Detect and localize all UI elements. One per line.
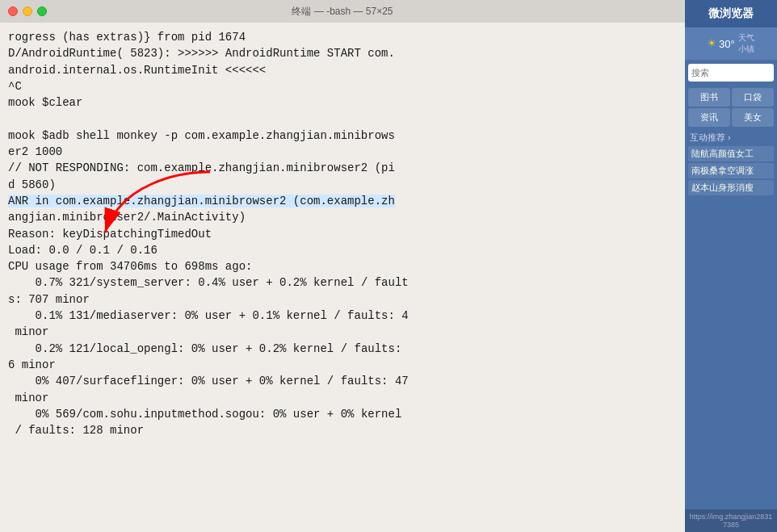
terminal-line: ^C: [8, 80, 22, 93]
sidebar-bottom: https://img.zhangjian28317385: [685, 509, 777, 532]
terminal-line: er2 1000: [8, 145, 62, 158]
terminal-line: minor: [8, 392, 48, 404]
maximize-button[interactable]: [37, 6, 47, 16]
terminal-line: 0% 569/com.sohu.inputmethod.sogou: 0% us…: [8, 408, 401, 421]
terminal-line: Reason: keyDispatchingTimedOut: [8, 228, 212, 241]
sidebar-search-box[interactable]: [688, 64, 774, 82]
weather-temperature: 30°: [719, 38, 735, 50]
terminal-line: D/AndroidRuntime( 5823): >>>>>> AndroidR…: [8, 47, 395, 60]
terminal-line: angjian.minibrowser2/.MainActivity): [8, 211, 246, 224]
sidebar-weather: ☀ 30° 天气小镇: [685, 27, 777, 61]
sidebar-links: 陆航高颜值女工 南极桑拿空调涨 赵本山身形消瘦: [685, 145, 777, 197]
terminal-line: Load: 0.0 / 0.1 / 0.16: [8, 244, 158, 257]
terminal-line: s: 707 minor: [8, 293, 90, 306]
terminal-line: CPU usage from 34706ms to 698ms ago:: [8, 260, 252, 273]
terminal-line: rogress (has extras)} from pid 1674: [8, 31, 246, 44]
sidebar-nav-grid: 图书 口袋 资讯 美女: [685, 85, 777, 130]
terminal-line: android.internal.os.RuntimeInit <<<<<<: [8, 64, 266, 77]
sidebar-bottom-url: https://img.zhangjian28317385: [688, 513, 774, 529]
terminal-titlebar: 终端 — -bash — 57×25: [0, 0, 685, 23]
sidebar-link-2[interactable]: 南极桑拿空调涨: [688, 163, 774, 178]
sidebar-header: 微浏览器: [685, 0, 777, 27]
terminal-content[interactable]: rogress (has extras)} from pid 1674 D/An…: [0, 23, 685, 532]
terminal-line: mook $adb shell monkey -p com.example.zh…: [8, 129, 395, 142]
sidebar-link-3[interactable]: 赵本山身形消瘦: [688, 180, 774, 195]
terminal-line: 0% 407/surfaceflinger: 0% user + 0% kern…: [8, 375, 409, 387]
terminal-panel: 终端 — -bash — 57×25 rogress (has extras)}…: [0, 0, 685, 532]
close-button[interactable]: [8, 6, 18, 16]
terminal-line: d 5860): [8, 178, 56, 191]
weather-extra: 天气小镇: [738, 32, 754, 55]
terminal-line: 6 minor: [8, 358, 56, 371]
nav-item-pocket[interactable]: 口袋: [732, 88, 774, 107]
nav-item-beauty[interactable]: 美女: [732, 108, 774, 127]
terminal-line: // NOT RESPONDING: com.example.zhangjian…: [8, 161, 395, 174]
sidebar-search-label: 互动推荐 ›: [685, 130, 777, 145]
terminal-line: 0.2% 121/local_opengl: 0% user + 0.2% ke…: [8, 342, 401, 355]
weather-icon: ☀: [708, 36, 716, 52]
terminal-line: ANR in com.example.zhangjian.minibrowser…: [8, 195, 395, 207]
terminal-title: 终端 — -bash — 57×25: [292, 5, 393, 19]
nav-item-books[interactable]: 图书: [688, 88, 730, 107]
terminal-line: 0.1% 131/mediaserver: 0% user + 0.1% ker…: [8, 309, 409, 322]
sidebar-title: 微浏览器: [708, 6, 754, 19]
terminal-line: 0.7% 321/system_server: 0.4% user + 0.2%…: [8, 276, 409, 289]
sidebar-search-input[interactable]: [691, 68, 771, 77]
terminal-line: mook $clear: [8, 96, 82, 109]
minimize-button[interactable]: [23, 6, 32, 16]
sidebar-panel: 微浏览器 ☀ 30° 天气小镇 图书 口袋 资讯 美女 互动推荐 › 陆航高颜值…: [685, 0, 777, 532]
nav-item-news[interactable]: 资讯: [688, 108, 730, 127]
sidebar-link-1[interactable]: 陆航高颜值女工: [688, 146, 774, 161]
terminal-line: / faults: 128 minor: [8, 424, 144, 437]
traffic-lights: [8, 6, 47, 16]
terminal-line: minor: [8, 325, 48, 338]
